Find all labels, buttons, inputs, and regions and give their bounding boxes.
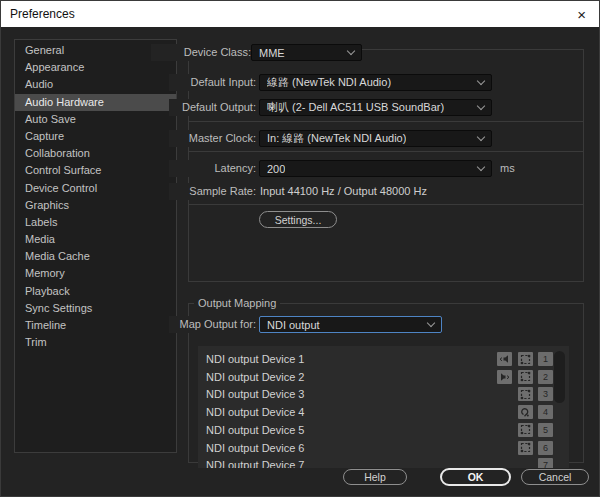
sidebar-item-trim[interactable]: Trim	[15, 334, 176, 351]
default-input-value: 線路 (NewTek NDI Audio)	[267, 75, 391, 90]
sample-rate-value: Input 44100 Hz / Output 48000 Hz	[260, 183, 427, 200]
chevron-down-icon	[347, 47, 355, 55]
device-name: NDI output Device 1	[206, 350, 304, 368]
settings-button[interactable]: Settings...	[259, 211, 337, 228]
latency-dropdown[interactable]: 200	[259, 160, 492, 177]
output-device-row: NDI output Device 44	[198, 403, 569, 421]
separator	[189, 151, 583, 152]
separator	[189, 121, 583, 122]
speaker-right-channel-icon[interactable]	[497, 370, 512, 384]
chevron-down-icon	[477, 77, 485, 85]
device-name: NDI output Device 2	[206, 368, 304, 386]
output-mapping-title: Output Mapping	[194, 297, 280, 309]
stereo-channel-icon[interactable]	[518, 387, 533, 401]
sidebar-item-labels[interactable]: Labels	[15, 214, 176, 231]
output-device-row: NDI output Device 77	[198, 456, 569, 468]
scrollbar-thumb[interactable]	[554, 351, 565, 403]
device-class-value: MME	[259, 47, 285, 59]
device-class-dropdown[interactable]: MME	[251, 44, 362, 61]
stereo-channel-icon[interactable]	[518, 370, 533, 384]
separator	[189, 204, 583, 205]
latency-label: Latency:	[169, 160, 256, 177]
sidebar-item-sync-settings[interactable]: Sync Settings	[15, 300, 176, 317]
speaker-left-channel-icon[interactable]	[497, 352, 512, 366]
sidebar-item-media[interactable]: Media	[15, 231, 176, 248]
channel-number-badge[interactable]: 2	[538, 370, 553, 384]
sidebar-item-timeline[interactable]: Timeline	[15, 317, 176, 334]
default-output-label: Default Output:	[169, 99, 256, 116]
channel-number-badge[interactable]: 3	[538, 387, 553, 401]
preference-category-list: GeneralAppearanceAudioAudio HardwareAuto…	[14, 39, 177, 453]
output-device-row: NDI output Device 55	[198, 421, 569, 439]
sidebar-item-playback[interactable]: Playback	[15, 283, 176, 300]
device-name: NDI output Device 3	[206, 385, 304, 403]
close-icon[interactable]: ×	[573, 7, 590, 22]
sidebar-item-collaboration[interactable]: Collaboration	[15, 145, 176, 162]
help-button[interactable]: Help	[343, 469, 407, 485]
sample-rate-label: Sample Rate:	[169, 183, 256, 200]
master-clock-dropdown[interactable]: In: 線路 (NewTek NDI Audio)	[259, 130, 492, 147]
sidebar-item-graphics[interactable]: Graphics	[15, 197, 176, 214]
device-name: NDI output Device 4	[206, 403, 304, 421]
preferences-dialog: Preferences × GeneralAppearanceAudioAudi…	[0, 0, 600, 497]
channel-number-badge[interactable]: 1	[538, 352, 553, 366]
sidebar-item-audio[interactable]: Audio	[15, 76, 176, 93]
default-output-value: 喇叭 (2- Dell AC511 USB SoundBar)	[267, 100, 444, 115]
map-output-for-value: NDI output	[267, 319, 320, 331]
sidebar-item-media-cache[interactable]: Media Cache	[15, 248, 176, 265]
cancel-button[interactable]: Cancel	[521, 469, 589, 485]
stereo-channel-icon[interactable]	[518, 352, 533, 366]
stereo-channel-icon[interactable]	[518, 441, 533, 455]
map-output-for-dropdown[interactable]: NDI output	[259, 316, 442, 333]
output-device-row: NDI output Device 33	[198, 385, 569, 403]
device-name: NDI output Device 6	[206, 439, 304, 457]
channel-number-badge[interactable]: 7	[538, 458, 553, 468]
device-name: NDI output Device 5	[206, 421, 304, 439]
ok-button[interactable]: OK	[440, 468, 511, 486]
output-device-list: NDI output Device 11NDI output Device 22…	[198, 346, 569, 468]
title-bar: Preferences ×	[1, 1, 599, 27]
window-title: Preferences	[10, 7, 75, 21]
sidebar-item-appearance[interactable]: Appearance	[15, 59, 176, 76]
sidebar-item-audio-hardware[interactable]: Audio Hardware	[15, 94, 176, 111]
chevron-down-icon	[477, 163, 485, 171]
sidebar-item-control-surface[interactable]: Control Surface	[15, 162, 176, 179]
channel-number-badge[interactable]: 5	[538, 423, 553, 437]
map-output-for-label: Map Output for:	[169, 316, 256, 333]
device-class-label: Device Class:	[151, 44, 251, 61]
latency-value: 200	[267, 163, 285, 175]
device-name: NDI output Device 7	[206, 456, 304, 468]
default-input-label: Default Input:	[169, 74, 256, 91]
stereo-channel-icon[interactable]	[518, 423, 533, 437]
chevron-down-icon	[427, 319, 435, 327]
latency-unit: ms	[500, 160, 515, 177]
chevron-down-icon	[477, 133, 485, 141]
output-device-row: NDI output Device 11	[198, 350, 569, 368]
channel-number-badge[interactable]: 4	[538, 405, 553, 419]
output-device-row: NDI output Device 22	[198, 368, 569, 386]
master-clock-value: In: 線路 (NewTek NDI Audio)	[267, 131, 406, 146]
default-input-dropdown[interactable]: 線路 (NewTek NDI Audio)	[259, 74, 492, 91]
sidebar-item-auto-save[interactable]: Auto Save	[15, 111, 176, 128]
sidebar-item-capture[interactable]: Capture	[15, 128, 176, 145]
master-clock-label: Master Clock:	[169, 130, 256, 147]
channel-number-badge[interactable]: 6	[538, 441, 553, 455]
sidebar-item-device-control[interactable]: Device Control	[15, 180, 176, 197]
chevron-down-icon	[477, 102, 485, 110]
output-device-row: NDI output Device 66	[198, 439, 569, 457]
default-output-dropdown[interactable]: 喇叭 (2- Dell AC511 USB SoundBar)	[259, 99, 492, 116]
mono-channel-icon[interactable]	[518, 405, 533, 419]
sidebar-item-memory[interactable]: Memory	[15, 265, 176, 282]
